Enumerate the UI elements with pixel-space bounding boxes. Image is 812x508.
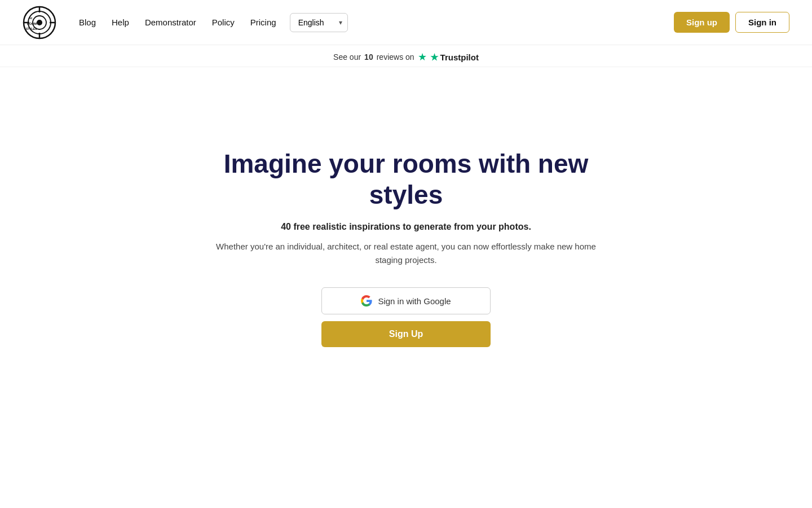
google-signin-button[interactable]: Sign in with Google [321, 287, 491, 314]
signup-button[interactable]: Sign up [674, 12, 730, 33]
svg-text:AI: AI [29, 16, 32, 20]
trustpilot-prefix: See our [333, 52, 361, 62]
nav-pricing[interactable]: Pricing [250, 17, 276, 27]
nav-blog[interactable]: Blog [79, 17, 96, 27]
svg-text:ROOM: ROOM [27, 22, 37, 25]
navbar: AI ROOM STYLES Blog Help Demonstrator Po… [0, 0, 812, 45]
nav-links: Blog Help Demonstrator Policy Pricing [79, 17, 276, 28]
google-signin-label: Sign in with Google [378, 296, 451, 306]
trustpilot-star-icon: ★ [418, 51, 427, 63]
language-selector[interactable]: English French Spanish German Italian ▾ [290, 13, 348, 32]
cta-group: Sign in with Google Sign Up [321, 287, 491, 347]
trustpilot-suffix: reviews on [377, 52, 414, 62]
trustpilot-bar: See our 10 reviews on ★ ★ Trustpilot [0, 45, 812, 67]
svg-point-3 [37, 20, 42, 25]
logo-icon: AI ROOM STYLES [23, 6, 56, 40]
hero-section: Imagine your rooms with new styles 40 fr… [0, 67, 812, 417]
logo-link[interactable]: AI ROOM STYLES [23, 6, 56, 40]
nav-help[interactable]: Help [112, 17, 129, 27]
cta-signup-button[interactable]: Sign Up [321, 321, 491, 347]
trustpilot-brand: ★ Trustpilot [430, 52, 479, 63]
hero-description: Whether you're an individual, architect,… [214, 240, 598, 267]
trustpilot-count: 10 [364, 52, 373, 62]
language-dropdown[interactable]: English French Spanish German Italian [290, 13, 348, 32]
svg-text:STYLES: STYLES [26, 27, 37, 30]
google-g-icon [361, 295, 372, 306]
signin-button[interactable]: Sign in [735, 12, 789, 33]
trustpilot-logo-star-icon: ★ [430, 52, 438, 63]
hero-subtitle: 40 free realistic inspirations to genera… [281, 222, 531, 232]
hero-title: Imagine your rooms with new styles [209, 148, 603, 211]
nav-policy[interactable]: Policy [212, 17, 235, 27]
nav-demonstrator[interactable]: Demonstrator [145, 17, 196, 27]
